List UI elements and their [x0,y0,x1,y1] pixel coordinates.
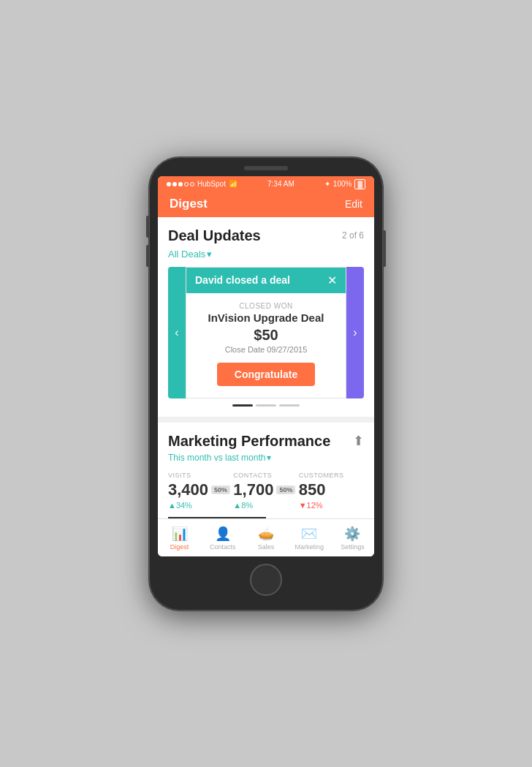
digest-tab-icon: 📊 [172,526,188,542]
status-bar: HubSpot 📶 7:34 AM ✦ 100% ▓ [158,176,374,192]
tab-bar: 📊 Digest 👤 Contacts 🥧 Sales ✉️ Marketing… [158,518,374,556]
deal-updates-title: Deal Updates [168,227,261,244]
battery-icon: ▓ [354,179,365,189]
contacts-label: CONTACTS [233,472,298,479]
deal-card-wrapper: ‹ David closed a deal ✕ Closed Won InVis… [168,267,364,398]
visits-label: VISITS [168,472,233,479]
chevron-down-icon: ▾ [207,249,212,260]
deal-card-body: Closed Won InVision Upgrade Deal $50 Clo… [186,293,346,398]
deal-updates-count: 2 of 6 [342,230,364,241]
timeframe-selector[interactable]: This month vs last month ▾ [168,453,364,463]
signal-dots [167,182,194,186]
marketing-title: Marketing Performance [168,433,330,450]
deal-updates-section: Deal Updates 2 of 6 All Deals ▾ ‹ David … [158,217,374,417]
contacts-tab-label: Contacts [210,543,236,551]
sales-tab-label: Sales [258,543,275,551]
contacts-change: ▲8% [233,501,298,510]
timeframe-label: This month vs last month [168,453,265,463]
bluetooth-icon: ✦ [324,180,330,188]
nav-bar: Digest Edit [158,192,374,217]
card-indicator [168,398,364,409]
status-time: 7:34 AM [267,180,294,188]
customers-value: 850 [299,480,326,499]
nav-title: Digest [170,197,208,211]
timeframe-chevron-icon: ▾ [267,453,271,463]
tab-contacts[interactable]: 👤 Contacts [201,526,244,551]
deal-notification-title: David closed a deal [195,274,290,286]
home-button-area [158,556,374,599]
vol-up-button [146,216,149,238]
deal-next-arrow[interactable]: › [346,267,364,398]
deal-updates-header: Deal Updates 2 of 6 [168,227,364,244]
sales-tab-icon: 🥧 [258,526,274,542]
deal-card-header: David closed a deal ✕ [186,268,346,293]
contacts-value: 1,700 [233,480,273,499]
indicator-dot-active [232,404,253,407]
home-button[interactable] [250,564,282,596]
marketing-tab-icon: ✉️ [301,526,317,542]
deal-card: David closed a deal ✕ Closed Won InVisio… [186,267,346,398]
power-button [383,230,386,267]
status-left: HubSpot 📶 [167,180,238,188]
deal-amount: $50 [195,327,337,344]
customers-label: CUSTOMERS [299,472,364,479]
marketing-header: Marketing Performance ⬆ [168,433,364,450]
nav-edit-button[interactable]: Edit [345,198,362,210]
tab-marketing[interactable]: ✉️ Marketing [288,526,331,551]
customers-value-row: 850 [299,480,364,499]
contacts-value-row: 1,700 50% [233,480,298,499]
signal-dot-5 [190,182,194,186]
all-deals-label: All Deals [168,249,205,260]
close-icon[interactable]: ✕ [327,273,337,287]
deal-close-date: Close Date 09/27/2015 [195,345,337,354]
digest-tab-label: Digest [170,543,189,551]
tab-sales[interactable]: 🥧 Sales [244,526,287,551]
tab-digest[interactable]: 📊 Digest [158,526,201,551]
visits-value-row: 3,400 50% [168,480,233,499]
deal-prev-arrow[interactable]: ‹ [168,267,186,398]
signal-dot-4 [184,182,189,186]
battery-label: 100% [333,180,352,188]
indicator-dot-1 [256,404,276,407]
visits-metric: VISITS 3,400 50% ▲34% [168,472,233,510]
visits-badge: 50% [211,485,230,494]
marketing-section: Marketing Performance ⬆ This month vs la… [158,423,374,518]
settings-tab-icon: ⚙️ [344,526,360,542]
marketing-tab-label: Marketing [294,543,324,551]
contacts-badge: 50% [276,485,295,494]
indicator-dot-2 [279,404,300,407]
share-icon[interactable]: ⬆ [353,433,364,449]
customers-change: ▼12% [299,501,364,510]
content-scroll[interactable]: Deal Updates 2 of 6 All Deals ▾ ‹ David … [158,217,374,518]
phone-screen: HubSpot 📶 7:34 AM ✦ 100% ▓ Digest Edit D… [158,176,374,556]
customers-metric: CUSTOMERS 850 ▼12% [299,472,364,510]
vol-down-button [146,245,149,267]
deal-status-label: Closed Won [195,302,337,310]
status-right: ✦ 100% ▓ [324,179,365,189]
carrier-label: HubSpot [197,180,226,188]
congratulate-button[interactable]: Congratulate [217,363,315,386]
wifi-icon: 📶 [229,180,238,188]
contacts-tab-icon: 👤 [215,526,231,542]
metrics-row: VISITS 3,400 50% ▲34% CONTACTS 1,700 50% [168,472,364,510]
phone-device: HubSpot 📶 7:34 AM ✦ 100% ▓ Digest Edit D… [149,157,383,611]
tab-settings[interactable]: ⚙️ Settings [331,526,374,551]
all-deals-filter[interactable]: All Deals ▾ [168,249,364,260]
visits-change: ▲34% [168,501,233,510]
signal-dot-1 [167,182,171,186]
signal-dot-2 [172,182,177,186]
settings-tab-label: Settings [341,543,365,551]
phone-speaker [244,166,288,170]
signal-dot-3 [178,182,183,186]
deal-name: InVision Upgrade Deal [195,311,337,324]
contacts-metric: CONTACTS 1,700 50% ▲8% [233,472,298,510]
visits-value: 3,400 [168,480,208,499]
